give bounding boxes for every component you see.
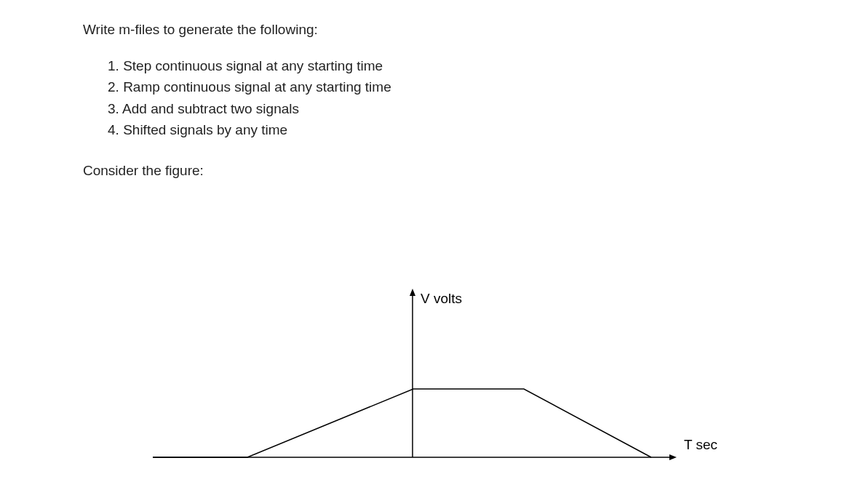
list-number: 4. [108,122,119,137]
list-text: Shifted signals by any time [123,122,287,137]
list-item: 2. Ramp continuous signal at any startin… [108,76,824,97]
list-number: 2. [108,79,119,95]
list-number: 1. [108,58,119,73]
signal-waveform [153,389,651,457]
list-text: Add and subtract two signals [122,101,299,116]
list-text: Step continuous signal at any starting t… [123,58,383,73]
list-item: 4. Shifted signals by any time [108,119,824,140]
task-list: 1. Step continuous signal at any startin… [83,55,824,141]
list-item: 3. Add and subtract two signals [108,98,824,119]
signal-figure: V volts T sec [0,287,868,491]
x-axis-arrow-icon [669,454,677,460]
intro-text: Write m-files to generate the following: [83,22,824,38]
y-axis-arrow-icon [410,289,415,296]
signal-plot [0,287,868,491]
list-item: 1. Step continuous signal at any startin… [108,55,824,76]
consider-text: Consider the figure: [83,163,824,179]
list-number: 3. [108,101,119,116]
list-text: Ramp continuous signal at any starting t… [123,79,391,95]
